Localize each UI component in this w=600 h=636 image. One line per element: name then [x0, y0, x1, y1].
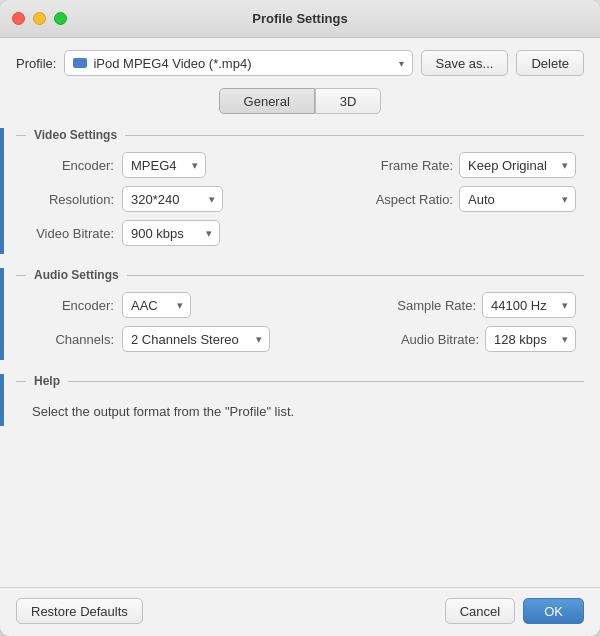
tab-general[interactable]: General — [219, 88, 315, 114]
video-section-header: Video Settings — [16, 128, 584, 142]
audio-section-title: Audio Settings — [26, 268, 127, 282]
help-section-line-right — [68, 381, 584, 382]
audio-encoder-select[interactable]: AAC MP3 AC3 OGG — [122, 292, 191, 318]
ok-button[interactable]: OK — [523, 598, 584, 624]
aspect-ratio-select[interactable]: Auto 4:3 16:9 Keep Original — [459, 186, 576, 212]
resolution-label: Resolution: — [24, 192, 114, 207]
chevron-down-icon: ▾ — [399, 58, 404, 69]
video-icon — [73, 58, 87, 68]
section-accent-audio — [0, 268, 4, 360]
tab-bar: General 3D — [16, 88, 584, 114]
save-as-button[interactable]: Save as... — [421, 50, 509, 76]
profile-select-display[interactable]: iPod MPEG4 Video (*.mp4) ▾ — [64, 50, 412, 76]
video-section-content: Encoder: MPEG4 H.264 H.265 MPEG2 Frame R… — [16, 152, 584, 246]
title-bar: Profile Settings — [0, 0, 600, 38]
aspect-ratio-label: Aspect Ratio: — [363, 192, 453, 207]
video-section-title: Video Settings — [26, 128, 125, 142]
close-button[interactable] — [12, 12, 25, 25]
video-settings-section: Video Settings Encoder: MPEG4 H.264 H.26… — [16, 128, 584, 254]
audio-bitrate-select-wrapper[interactable]: 128 kbps 192 kbps 256 kbps 320 kbps — [485, 326, 576, 352]
video-bitrate-select-wrapper[interactable]: 900 kbps 1000 kbps 1500 kbps 2000 kbps — [122, 220, 220, 246]
audio-section-content: Encoder: AAC MP3 AC3 OGG Sample Rate: — [16, 292, 584, 352]
profile-row: Profile: iPod MPEG4 Video (*.mp4) ▾ Save… — [16, 50, 584, 76]
tab-3d[interactable]: 3D — [315, 88, 382, 114]
bottom-right-buttons: Cancel OK — [445, 598, 584, 624]
minimize-button[interactable] — [33, 12, 46, 25]
help-section-title: Help — [26, 374, 68, 388]
video-bitrate-label: Video Bitrate: — [24, 226, 114, 241]
encoder-label: Encoder: — [24, 158, 114, 173]
help-section-content: Select the output format from the "Profi… — [16, 398, 584, 426]
maximize-button[interactable] — [54, 12, 67, 25]
section-line-left — [16, 135, 26, 136]
window-controls — [12, 12, 67, 25]
frame-rate-label: Frame Rate: — [363, 158, 453, 173]
audio-section-line-right — [127, 275, 584, 276]
sample-rate-label: Sample Rate: — [386, 298, 476, 313]
section-line-right — [125, 135, 584, 136]
profile-selected-value: iPod MPEG4 Video (*.mp4) — [93, 56, 251, 71]
video-row-1: Encoder: MPEG4 H.264 H.265 MPEG2 Frame R… — [24, 152, 576, 178]
window-title: Profile Settings — [252, 11, 347, 26]
bottom-bar: Restore Defaults Cancel OK — [0, 587, 600, 636]
help-section-line-left — [16, 381, 26, 382]
video-bitrate-select[interactable]: 900 kbps 1000 kbps 1500 kbps 2000 kbps — [122, 220, 220, 246]
main-window: Profile Settings Profile: iPod MPEG4 Vid… — [0, 0, 600, 636]
delete-button[interactable]: Delete — [516, 50, 584, 76]
profile-select-wrapper[interactable]: iPod MPEG4 Video (*.mp4) ▾ — [64, 50, 412, 76]
main-content: Profile: iPod MPEG4 Video (*.mp4) ▾ Save… — [0, 38, 600, 587]
channels-select-wrapper[interactable]: 2 Channels Stereo 1 Channel Mono 5.1 Cha… — [122, 326, 270, 352]
aspect-ratio-select-wrapper[interactable]: Auto 4:3 16:9 Keep Original — [459, 186, 576, 212]
help-text: Select the output format from the "Profi… — [24, 398, 576, 426]
audio-row-2: Channels: 2 Channels Stereo 1 Channel Mo… — [24, 326, 576, 352]
audio-bitrate-label: Audio Bitrate: — [389, 332, 479, 347]
audio-section-header: Audio Settings — [16, 268, 584, 282]
section-accent — [0, 128, 4, 254]
channels-select[interactable]: 2 Channels Stereo 1 Channel Mono 5.1 Cha… — [122, 326, 270, 352]
section-accent-help — [0, 374, 4, 426]
audio-section-line-left — [16, 275, 26, 276]
audio-encoder-label: Encoder: — [24, 298, 114, 313]
encoder-select[interactable]: MPEG4 H.264 H.265 MPEG2 — [122, 152, 206, 178]
restore-defaults-button[interactable]: Restore Defaults — [16, 598, 143, 624]
video-row-2: Resolution: 320*240 640*480 1280*720 192… — [24, 186, 576, 212]
cancel-button[interactable]: Cancel — [445, 598, 515, 624]
audio-settings-section: Audio Settings Encoder: AAC MP3 AC3 OGG — [16, 268, 584, 360]
sample-rate-select[interactable]: 44100 Hz 22050 Hz 48000 Hz — [482, 292, 576, 318]
video-row-3: Video Bitrate: 900 kbps 1000 kbps 1500 k… — [24, 220, 576, 246]
resolution-select[interactable]: 320*240 640*480 1280*720 1920*1080 — [122, 186, 223, 212]
profile-label: Profile: — [16, 56, 56, 71]
audio-row-1: Encoder: AAC MP3 AC3 OGG Sample Rate: — [24, 292, 576, 318]
encoder-select-wrapper[interactable]: MPEG4 H.264 H.265 MPEG2 — [122, 152, 206, 178]
sample-rate-select-wrapper[interactable]: 44100 Hz 22050 Hz 48000 Hz — [482, 292, 576, 318]
help-section-header: Help — [16, 374, 584, 388]
help-section: Help Select the output format from the "… — [16, 374, 584, 426]
audio-encoder-select-wrapper[interactable]: AAC MP3 AC3 OGG — [122, 292, 191, 318]
audio-bitrate-select[interactable]: 128 kbps 192 kbps 256 kbps 320 kbps — [485, 326, 576, 352]
frame-rate-select[interactable]: Keep Original 24 25 30 60 — [459, 152, 576, 178]
channels-label: Channels: — [24, 332, 114, 347]
frame-rate-select-wrapper[interactable]: Keep Original 24 25 30 60 — [459, 152, 576, 178]
resolution-select-wrapper[interactable]: 320*240 640*480 1280*720 1920*1080 — [122, 186, 223, 212]
